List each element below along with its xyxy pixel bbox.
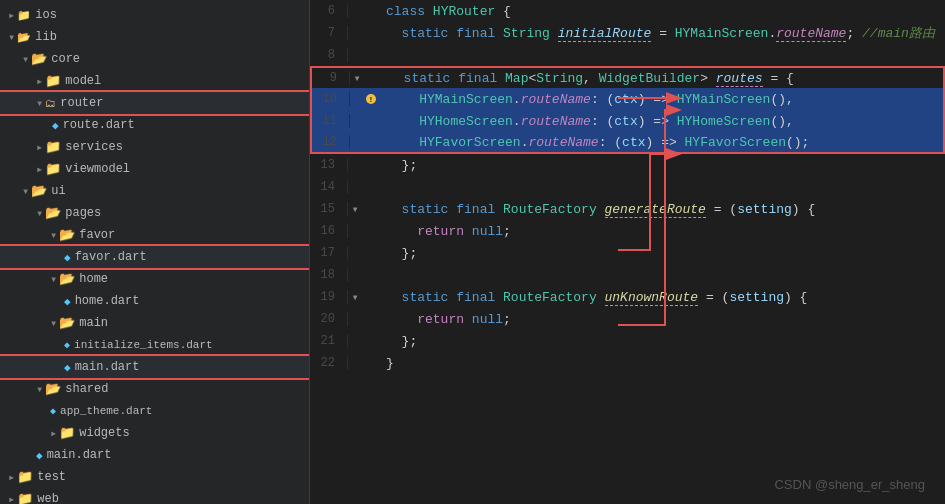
folder-icon: 📂 bbox=[59, 227, 75, 243]
code-content: }; bbox=[376, 334, 945, 349]
line-number: 7 bbox=[310, 26, 348, 40]
dart-icon: ◆ bbox=[64, 295, 71, 308]
tree-label: services bbox=[65, 140, 123, 154]
favor-dart-label: favor.dart bbox=[75, 250, 147, 264]
chevron-icon bbox=[36, 162, 45, 177]
code-line-16: 16 return null; bbox=[310, 220, 945, 242]
tree-item-services[interactable]: 📁 services bbox=[0, 136, 309, 158]
line-number: 15 bbox=[310, 202, 348, 216]
tree-item-lib-main-dart[interactable]: ◆ main.dart bbox=[0, 444, 309, 466]
tree-label: favor bbox=[79, 228, 115, 242]
file-tree[interactable]: 📁 ios 📂 lib 📂 core 📁 model 🗂 router ◆ ro… bbox=[0, 0, 310, 504]
chevron-icon bbox=[8, 492, 17, 505]
code-content: HYMainScreen.routeName: (ctx) => HYMainS… bbox=[378, 92, 943, 107]
fold-gutter: ▾ bbox=[348, 202, 362, 217]
tree-label: widgets bbox=[79, 426, 129, 440]
folder-icon: 📂 bbox=[59, 271, 75, 287]
home-dart-label: home.dart bbox=[75, 294, 140, 308]
line-number: 22 bbox=[310, 356, 348, 370]
tree-item-main-dart[interactable]: ◆ main.dart bbox=[0, 356, 309, 378]
tree-item-main-folder[interactable]: 📂 main bbox=[0, 312, 309, 334]
line-number: 10 bbox=[312, 92, 350, 106]
tree-item-ios[interactable]: 📁 ios bbox=[0, 4, 309, 26]
chevron-icon bbox=[36, 96, 45, 111]
code-line-10: 10 ! HYMainScreen.routeName: (ctx) => HY… bbox=[310, 88, 945, 110]
code-line-8: 8 bbox=[310, 44, 945, 66]
tree-item-initialize-dart[interactable]: ◆ initialize_items.dart bbox=[0, 334, 309, 356]
code-line-9: 9 ▾ static final Map<String, WidgetBuild… bbox=[310, 66, 945, 88]
tree-item-route-dart[interactable]: ◆ route.dart bbox=[0, 114, 309, 136]
line-number: 14 bbox=[310, 180, 348, 194]
tree-item-home-folder[interactable]: 📂 home bbox=[0, 268, 309, 290]
chevron-icon bbox=[50, 228, 59, 243]
line-number: 12 bbox=[312, 135, 350, 149]
folder-icon: 📁 bbox=[17, 491, 33, 504]
tree-item-lib[interactable]: 📂 lib bbox=[0, 26, 309, 48]
code-content: HYHomeScreen.routeName: (ctx) => HYHomeS… bbox=[378, 114, 943, 129]
chevron-icon bbox=[8, 470, 17, 485]
tree-label: web bbox=[37, 492, 59, 504]
code-content: static final Map<String, WidgetBuilder> … bbox=[378, 71, 943, 86]
folder-icon: 📁 bbox=[45, 161, 61, 177]
tree-label: lib bbox=[35, 30, 57, 44]
tree-item-core[interactable]: 📂 core bbox=[0, 48, 309, 70]
tree-item-pages[interactable]: 📂 pages bbox=[0, 202, 309, 224]
dart-icon: ◆ bbox=[36, 449, 43, 462]
dart-icon: ◆ bbox=[50, 405, 56, 417]
tree-item-model[interactable]: 📁 model bbox=[0, 70, 309, 92]
router-label: router bbox=[60, 96, 103, 110]
dart-icon: ◆ bbox=[52, 119, 59, 132]
tree-item-shared[interactable]: 📂 shared bbox=[0, 378, 309, 400]
dart-icon: ◆ bbox=[64, 361, 71, 374]
line-number: 13 bbox=[310, 158, 348, 172]
tree-item-favor-dart[interactable]: ◆ favor.dart bbox=[0, 246, 309, 268]
warn-gutter: ! bbox=[364, 94, 378, 104]
code-line-12: 12 HYFavorScreen.routeName: (ctx) => HYF… bbox=[310, 132, 945, 154]
code-line-18: 18 bbox=[310, 264, 945, 286]
tree-item-widgets[interactable]: 📁 widgets bbox=[0, 422, 309, 444]
tree-item-router[interactable]: 🗂 router bbox=[0, 92, 309, 114]
code-line-14: 14 bbox=[310, 176, 945, 198]
chevron-icon bbox=[22, 184, 31, 199]
tree-item-viewmodel[interactable]: 📁 viewmodel bbox=[0, 158, 309, 180]
tree-item-app-theme[interactable]: ◆ app_theme.dart bbox=[0, 400, 309, 422]
tree-label: pages bbox=[65, 206, 101, 220]
tree-item-favor-folder[interactable]: 📂 favor bbox=[0, 224, 309, 246]
tree-label: main bbox=[79, 316, 108, 330]
dart-icon: ◆ bbox=[64, 339, 70, 351]
code-editor: 6 class HYRouter { 7 static final String… bbox=[310, 0, 945, 504]
code-line-19: 19 ▾ static final RouteFactory unKnownRo… bbox=[310, 286, 945, 308]
tree-label: ui bbox=[51, 184, 65, 198]
tree-item-ui[interactable]: 📂 ui bbox=[0, 180, 309, 202]
chevron-icon bbox=[22, 52, 31, 67]
line-number: 20 bbox=[310, 312, 348, 326]
line-number: 9 bbox=[312, 71, 350, 85]
warning-bulb-icon: ! bbox=[366, 94, 376, 104]
code-line-22: 22 } bbox=[310, 352, 945, 374]
code-content: HYFavorScreen.routeName: (ctx) => HYFavo… bbox=[378, 135, 943, 150]
chevron-icon bbox=[50, 426, 59, 441]
line-number: 21 bbox=[310, 334, 348, 348]
tree-label: core bbox=[51, 52, 80, 66]
code-line-7: 7 static final String initialRoute = HYM… bbox=[310, 22, 945, 44]
tree-item-test[interactable]: 📁 test bbox=[0, 466, 309, 488]
code-line-13: 13 }; bbox=[310, 154, 945, 176]
code-content: return null; bbox=[376, 312, 945, 327]
code-content: return null; bbox=[376, 224, 945, 239]
dart-icon: ◆ bbox=[64, 251, 71, 264]
folder-icon: 📁 bbox=[59, 425, 75, 441]
tree-label: route.dart bbox=[63, 118, 135, 132]
tree-label: shared bbox=[65, 382, 108, 396]
chevron-icon bbox=[8, 30, 17, 45]
fold-gutter: ▾ bbox=[350, 71, 364, 86]
folder-icon: 📁 bbox=[45, 139, 61, 155]
tree-item-home-dart[interactable]: ◆ home.dart bbox=[0, 290, 309, 312]
tree-item-web[interactable]: 📁 web bbox=[0, 488, 309, 504]
code-line-20: 20 return null; bbox=[310, 308, 945, 330]
watermark: CSDN @sheng_er_sheng bbox=[774, 477, 925, 492]
chevron-icon bbox=[36, 74, 45, 89]
tree-label: home bbox=[79, 272, 108, 286]
line-number: 8 bbox=[310, 48, 348, 62]
folder-icon: 📁 bbox=[17, 9, 31, 22]
folder-icon: 📂 bbox=[45, 381, 61, 397]
